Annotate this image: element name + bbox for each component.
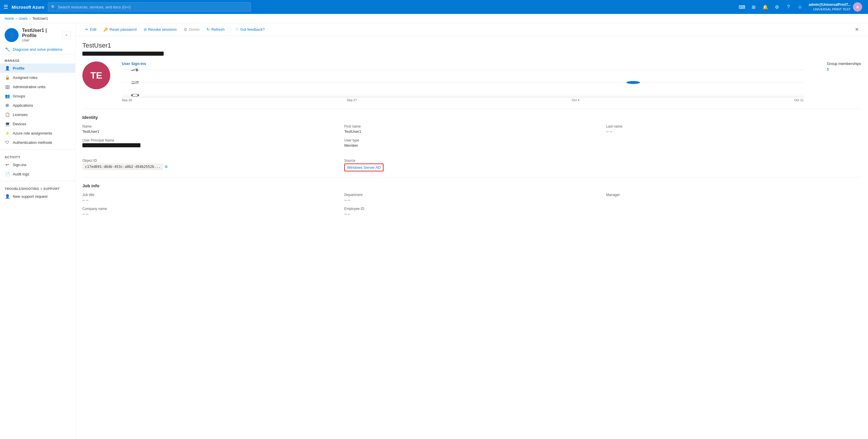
close-button[interactable]: ✕	[852, 26, 861, 33]
cloud-shell-icon[interactable]: ⌨	[737, 2, 747, 12]
user-tenant: UNIVERSAL PRINT TEST	[809, 7, 850, 11]
manage-section-label: Manage	[0, 55, 75, 63]
chart-svg: 4 2 0	[122, 68, 804, 97]
hamburger-icon[interactable]: ☰	[3, 4, 8, 10]
department-value: -- --	[344, 198, 599, 202]
avatar: A	[853, 2, 862, 11]
applications-icon: ⊞	[5, 103, 10, 107]
sidebar-divider-1	[0, 149, 75, 150]
search-box[interactable]: 🔍	[48, 2, 251, 11]
assigned-roles-icon: 🔒	[5, 75, 10, 80]
feedback-label: Got feedback?	[240, 27, 265, 32]
reset-password-label: Reset password	[110, 27, 136, 32]
identity-section-title: Identity	[83, 115, 861, 120]
breadcrumb-current: TestUser1	[32, 17, 48, 21]
heart-icon: ♡	[235, 27, 239, 32]
sidebar-item-profile[interactable]: 👤 Profile	[0, 63, 75, 73]
sidebar-devices-label: Devices	[13, 122, 26, 126]
delete-button[interactable]: 🗑 Delete	[181, 26, 203, 33]
sidebar-item-devices[interactable]: 💻 Devices	[0, 119, 75, 128]
sidebar-item-licenses[interactable]: 📋 Licenses	[0, 110, 75, 119]
sidebar-page-title: TestUser1 | Profile	[22, 28, 59, 38]
help-icon[interactable]: ?	[783, 2, 794, 12]
employee-label: Employee ID	[344, 207, 599, 211]
revoke-sessions-button[interactable]: ⊘ Revoke sessions	[141, 26, 180, 33]
identity-grid: Name TestUser1 First name TestUser1 Last…	[83, 124, 861, 171]
group-memberships: Group memberships 1	[827, 61, 861, 71]
name-value: TestUser1	[83, 129, 337, 134]
source-label: Source	[344, 159, 599, 163]
notifications-icon[interactable]: 🔔	[760, 2, 771, 12]
edit-icon: ✏	[85, 27, 89, 32]
sidebar-item-azure-roles[interactable]: ⚡ Azure role assignments	[0, 128, 75, 138]
objectid-field: Object ID c17ed691-d64b-453c-a8b2-d54b25…	[83, 159, 337, 171]
new-support-icon: 👤	[5, 194, 10, 199]
firstname-value: TestUser1	[344, 129, 599, 134]
lastname-label: Last name	[606, 124, 861, 128]
chart-section: User Sign-ins 4 2 0	[122, 61, 804, 102]
avatar-initials: TE	[91, 70, 102, 81]
divider-1	[83, 109, 861, 109]
app-logo: Microsoft Azure	[11, 5, 44, 9]
sidebar-item-sign-ins[interactable]: ↩ Sign-ins	[0, 160, 75, 169]
company-value: -- --	[83, 212, 337, 216]
sidebar-item-audit-logs[interactable]: 📄 Audit logs	[0, 169, 75, 179]
job-grid: Job title -- -- Department -- -- Manager…	[83, 193, 861, 216]
divider-2	[83, 177, 861, 178]
refresh-button[interactable]: ↻ Refresh	[204, 26, 227, 33]
reset-password-icon: 🔑	[103, 27, 108, 32]
source-highlighted-box: Windows Server AD	[344, 163, 384, 171]
breadcrumb-home[interactable]: Home	[5, 17, 14, 21]
sidebar-collapse-button[interactable]: «	[62, 31, 70, 39]
azure-roles-icon: ⚡	[5, 131, 10, 135]
sidebar-azure-roles-label: Azure role assignments	[13, 131, 52, 135]
sidebar-admin-units-label: Administrative units	[13, 85, 45, 89]
user-info: admin@UniversalPrintT... UNIVERSAL PRINT…	[809, 2, 850, 11]
user-account[interactable]: admin@UniversalPrintT... UNIVERSAL PRINT…	[806, 0, 865, 14]
sidebar-auth-methods-label: Authentication methods	[13, 140, 52, 145]
sidebar-item-groups[interactable]: 👥 Groups	[0, 91, 75, 101]
breadcrumb-sep-1: ›	[16, 17, 17, 21]
reset-password-button[interactable]: 🔑 Reset password	[100, 26, 139, 33]
empty-cell-1	[606, 138, 861, 154]
chart-title[interactable]: User Sign-ins	[122, 61, 804, 66]
sidebar-item-assigned-roles[interactable]: 🔒 Assigned roles	[0, 73, 75, 82]
topbar-icons: ⌨ ⊞ 🔔 ⚙ ? ☺ admin@UniversalPrintT... UNI…	[737, 0, 865, 14]
user-display-name: admin@UniversalPrintT...	[809, 2, 850, 7]
lastname-field: Last name -- --	[606, 124, 861, 134]
directory-icon[interactable]: ⊞	[748, 2, 759, 12]
sidebar-item-diagnose[interactable]: 🔧 Diagnose and solve problems	[0, 45, 75, 54]
sidebar-page-subtitle: User	[22, 38, 59, 42]
department-field: Department -- --	[344, 193, 599, 202]
copy-objectid-button[interactable]: ⧉	[165, 164, 167, 169]
sidebar-profile-label: Profile	[13, 66, 24, 70]
toolbar-separator	[230, 26, 230, 33]
sidebar-applications-label: Applications	[13, 103, 33, 107]
group-memberships-count[interactable]: 1	[827, 67, 861, 71]
user-avatar-large: TE	[83, 61, 110, 89]
edit-button[interactable]: ✏ Edit	[83, 26, 99, 33]
settings-icon[interactable]: ⚙	[772, 2, 782, 12]
content-area: ✏ Edit 🔑 Reset password ⊘ Revoke session…	[75, 23, 868, 439]
feedback-icon[interactable]: ☺	[795, 2, 805, 12]
sidebar-licenses-label: Licenses	[13, 113, 28, 117]
upn-value	[83, 143, 337, 154]
delete-label: Delete	[189, 27, 200, 32]
source-value[interactable]: Windows Server AD	[347, 165, 381, 169]
search-input[interactable]	[58, 5, 248, 9]
svg-text:0: 0	[130, 93, 140, 97]
delete-icon: 🗑	[184, 27, 187, 32]
breadcrumb-users[interactable]: Users	[19, 17, 28, 21]
sidebar-item-auth-methods[interactable]: 🛡 Authentication methods	[0, 138, 75, 147]
breadcrumb: Home › Users › TestUser1	[0, 14, 868, 23]
sidebar-item-new-support[interactable]: 👤 New support request	[0, 192, 75, 201]
objectid-label: Object ID	[83, 159, 337, 163]
sign-ins-chart: 4 2 0	[122, 68, 804, 97]
objectid-value: c17ed691-d64b-453c-a8b2-d54b2552b...	[83, 163, 163, 170]
sign-ins-icon: ↩	[5, 162, 10, 167]
sidebar-item-admin-units[interactable]: 🏢 Administrative units	[0, 82, 75, 91]
sidebar-item-applications[interactable]: ⊞ Applications	[0, 101, 75, 110]
svg-point-6	[626, 81, 640, 84]
feedback-button[interactable]: ♡ Got feedback?	[232, 26, 268, 33]
sidebar-new-support-label: New support request	[13, 194, 48, 199]
